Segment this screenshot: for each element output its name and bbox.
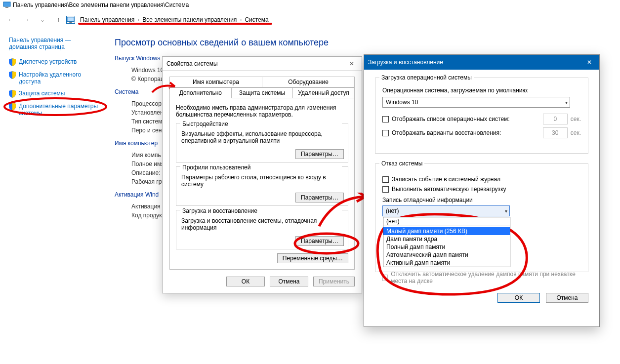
dialog-title-text: Свойства системы xyxy=(166,60,218,67)
svg-rect-1 xyxy=(5,7,8,8)
tab-content: Необходимо иметь права администратора дл… xyxy=(169,98,355,270)
sec-label: сек. xyxy=(571,116,581,122)
sidebar-link[interactable]: Диспетчер устройств xyxy=(19,58,77,65)
checkbox-recovery[interactable] xyxy=(382,130,389,136)
dialog-titlebar[interactable]: Загрузка и восстановление ✕ xyxy=(364,55,599,70)
group-text: Загрузка и восстановление системы, отлад… xyxy=(181,217,343,231)
sidebar-link[interactable]: Настройка удаленного доступа xyxy=(19,71,101,85)
sidebar-home-link[interactable]: Панель управления — домашняя страница xyxy=(9,37,101,53)
dump-option[interactable]: Дамп памяти ядра xyxy=(383,235,510,243)
sidebar-item-protection[interactable]: Защита системы xyxy=(9,90,101,98)
dump-info-label: Запись отладочной информации xyxy=(382,197,581,203)
dump-dropdown: (нет) Малый дамп памяти (256 КВ) Дамп па… xyxy=(383,217,510,267)
nav-recent-icon[interactable]: ⌄ xyxy=(38,15,47,25)
tab-advanced[interactable]: Дополнительно xyxy=(169,87,232,98)
dialog-titlebar[interactable]: Свойства системы ✕ xyxy=(163,57,362,71)
group-legend: Загрузка и восстановление xyxy=(180,207,342,214)
address-bar[interactable]: Панель управления › Все элементы панели … xyxy=(66,16,271,24)
tab-hardware[interactable]: Оборудование xyxy=(262,77,355,87)
oslist-seconds: 0 xyxy=(543,114,568,124)
group-legend: Профили пользователей xyxy=(180,164,342,171)
sidebar-item-device-manager[interactable]: Диспетчер устройств xyxy=(9,58,101,66)
svg-rect-0 xyxy=(3,2,10,6)
dump-option[interactable]: (нет) xyxy=(383,217,510,226)
titlebar-text: Панель управления\Все элементы панели уп… xyxy=(13,1,189,8)
apply-button: Применить xyxy=(313,277,355,286)
computer-icon xyxy=(66,16,75,24)
checkbox-event-label: Записать событие в системный журнал xyxy=(392,176,500,183)
checkbox-oslist-label: Отображать список операционных систем: xyxy=(392,116,510,122)
ok-button[interactable]: ОК xyxy=(497,293,540,303)
crumb-sep: › xyxy=(136,16,140,23)
crumb-1[interactable]: Все элементы панели управления xyxy=(140,16,239,23)
dialog-startup-recovery: Загрузка и восстановление ✕ Загрузка опе… xyxy=(364,54,600,327)
group-legend: Отказ системы xyxy=(379,160,424,167)
admin-hint: Необходимо иметь права администратора дл… xyxy=(176,104,348,118)
profiles-settings-button[interactable]: Параметры… xyxy=(295,193,344,202)
env-vars-button[interactable]: Переменные среды… xyxy=(277,253,348,263)
group-boot: Загрузка операционной системы Операционн… xyxy=(375,78,588,154)
default-os-value: Windows 10 xyxy=(386,99,418,106)
dump-value: (нет) xyxy=(386,207,399,214)
navigation-bar: ← → ⌄ ↑ Панель управления › Все элементы… xyxy=(0,10,620,30)
checkbox-event[interactable] xyxy=(382,176,389,183)
default-os-label: Операционная система, загружаемая по умо… xyxy=(382,87,581,94)
ok-button[interactable]: ОК xyxy=(226,277,265,286)
crumb-0[interactable]: Панель управления xyxy=(78,16,136,23)
tab-computer-name[interactable]: Имя компьютера xyxy=(169,77,262,87)
window-titlebar: Панель управления\Все элементы панели уп… xyxy=(0,0,620,10)
tab-protection[interactable]: Защита системы xyxy=(231,87,293,98)
checkbox-autodelete xyxy=(382,275,388,281)
system-icon xyxy=(3,1,11,9)
group-profiles: Профили пользователей Параметры рабочего… xyxy=(176,166,348,206)
dialog-title-text: Загрузка и восстановление xyxy=(368,59,443,66)
group-legend: Быстродействие xyxy=(180,121,342,127)
sidebar-item-remote[interactable]: Настройка удаленного доступа xyxy=(9,71,101,85)
group-text: Параметры рабочего стола, относящиеся ко… xyxy=(181,174,343,188)
chevron-down-icon: ▾ xyxy=(505,208,507,214)
group-legend: Загрузка операционной системы xyxy=(379,74,474,81)
close-icon[interactable]: ✕ xyxy=(583,57,595,67)
sidebar-link[interactable]: Дополнительные параметры системы xyxy=(19,103,101,117)
startup-settings-button[interactable]: Параметры… xyxy=(295,236,344,246)
recovery-seconds: 30 xyxy=(543,127,568,138)
checkbox-oslist[interactable] xyxy=(382,116,389,122)
chevron-down-icon: ▾ xyxy=(565,100,568,105)
tab-remote[interactable]: Удаленный доступ xyxy=(292,87,355,98)
shield-icon xyxy=(9,90,16,98)
checkbox-autodelete-label: Отключить автоматическое удаление дампов… xyxy=(391,271,581,284)
default-os-select[interactable]: Windows 10 ▾ xyxy=(382,97,570,108)
page-title: Просмотр основных сведений о вашем компь… xyxy=(115,38,620,48)
dump-option[interactable]: Полный дамп памяти xyxy=(383,243,510,251)
dialog-system-properties: Свойства системы ✕ Имя компьютера Оборуд… xyxy=(162,56,362,293)
dump-option[interactable]: Автоматический дамп памяти xyxy=(383,251,510,259)
dump-option-selected[interactable]: Малый дамп памяти (256 КВ) xyxy=(383,227,510,235)
dump-option[interactable]: Активный дамп памяти xyxy=(383,259,510,267)
nav-back-icon[interactable]: ← xyxy=(6,15,16,25)
sidebar: Панель управления — домашняя страница Ди… xyxy=(0,30,110,364)
dump-select[interactable]: (нет) ▾ (нет) Малый дамп памяти (256 КВ)… xyxy=(382,205,510,216)
group-performance: Быстродействие Визуальные эффекты, испол… xyxy=(176,123,348,162)
performance-settings-button[interactable]: Параметры… xyxy=(295,149,344,159)
sidebar-link[interactable]: Защита системы xyxy=(19,90,65,97)
svg-rect-3 xyxy=(69,22,72,23)
nav-forward-icon: → xyxy=(22,15,32,25)
svg-rect-2 xyxy=(67,17,74,22)
checkbox-restart[interactable] xyxy=(382,186,389,193)
shield-icon xyxy=(9,71,16,79)
crumb-2[interactable]: Система xyxy=(243,16,270,23)
group-failure: Отказ системы Записать событие в системн… xyxy=(375,163,588,272)
sidebar-item-advanced[interactable]: Дополнительные параметры системы xyxy=(9,103,101,117)
sec-label: сек. xyxy=(571,129,581,136)
crumb-sep: › xyxy=(239,16,243,23)
shield-icon xyxy=(9,103,16,111)
close-icon[interactable]: ✕ xyxy=(346,59,358,69)
cancel-button[interactable]: Отмена xyxy=(546,293,588,303)
nav-up-icon[interactable]: ↑ xyxy=(53,15,63,25)
cancel-button[interactable]: Отмена xyxy=(270,277,308,286)
group-text: Визуальные эффекты, использование процес… xyxy=(181,130,343,144)
checkbox-restart-label: Выполнить автоматическую перезагрузку xyxy=(392,186,506,193)
checkbox-recovery-label: Отображать варианты восстановления: xyxy=(392,129,501,136)
shield-icon xyxy=(9,58,16,66)
group-startup: Загрузка и восстановление Загрузка и вос… xyxy=(176,210,348,249)
